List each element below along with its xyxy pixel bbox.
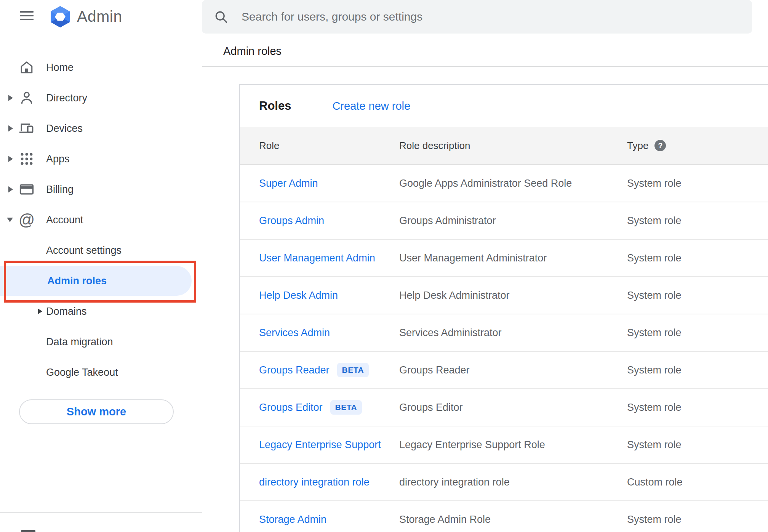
app-title: Admin — [77, 8, 122, 26]
sidebar-item-apps[interactable]: Apps — [0, 144, 202, 174]
role-description-cell: Groups Editor — [399, 402, 627, 413]
sidebar-item-admin-roles[interactable]: Admin roles — [0, 266, 192, 296]
role-type-cell: System role — [627, 327, 768, 339]
sidebar-item-label: Billing — [46, 184, 74, 195]
role-cell: Groups EditorBETA — [259, 400, 399, 415]
table-row: Groups EditorBETAGroups EditorSystem rol… — [240, 389, 768, 426]
table-row: Help Desk AdminHelp Desk AdministratorSy… — [240, 277, 768, 314]
role-description-cell: User Management Administrator — [399, 252, 627, 264]
role-link[interactable]: Help Desk Admin — [259, 290, 338, 301]
partial-bottom-icon — [21, 530, 35, 532]
sidebar-item-data-migration[interactable]: Data migration — [0, 327, 202, 357]
table-row: Services AdminServices AdministratorSyst… — [240, 314, 768, 352]
sidebar-item-label: Account — [46, 214, 83, 226]
sidebar-item-home[interactable]: Home — [0, 52, 202, 83]
show-more-button[interactable]: Show more — [19, 399, 174, 424]
sidebar-item-label: Directory — [46, 92, 87, 104]
role-type-cell: Custom role — [627, 476, 768, 488]
role-type-cell: System role — [627, 252, 768, 264]
role-link[interactable]: User Management Admin — [259, 252, 375, 264]
type-help-icon[interactable]: ? — [654, 140, 666, 151]
column-header-type: Type ? — [627, 140, 768, 152]
person-icon — [18, 90, 35, 106]
sidebar: Admin HomeDirectoryDevicesAppsBilling@Ac… — [0, 0, 202, 532]
search-input[interactable] — [241, 10, 718, 24]
role-link[interactable]: Groups Reader — [259, 364, 330, 376]
column-header-role: Role — [259, 140, 399, 152]
role-description-cell: Legacy Enterprise Support Role — [399, 439, 627, 451]
role-type-cell: System role — [627, 178, 768, 189]
card-icon — [18, 181, 35, 198]
role-type-cell: System role — [627, 215, 768, 227]
chevron-right-icon[interactable] — [8, 156, 13, 162]
role-type-cell: System role — [627, 514, 768, 526]
role-cell: Storage Admin — [259, 514, 399, 526]
role-type-cell: System role — [627, 290, 768, 301]
sidebar-item-billing[interactable]: Billing — [0, 174, 202, 205]
role-cell: Legacy Enterprise Support — [259, 439, 399, 451]
beta-badge: BETA — [330, 400, 362, 415]
role-link[interactable]: Super Admin — [259, 178, 318, 189]
table-header-row: Role Role description Type ? — [240, 127, 768, 165]
role-link[interactable]: Services Admin — [259, 327, 330, 339]
column-header-description: Role description — [399, 140, 627, 152]
sidebar-item-label: Data migration — [46, 336, 113, 348]
beta-badge: BETA — [337, 363, 369, 377]
home-icon — [18, 59, 35, 76]
sidebar-item-account[interactable]: @Account — [0, 205, 202, 235]
table-row: Groups ReaderBETAGroups ReaderSystem rol… — [240, 352, 768, 389]
table-row: User Management AdminUser Management Adm… — [240, 240, 768, 277]
role-cell: Super Admin — [259, 178, 399, 189]
sidebar-item-label: Home — [46, 62, 74, 74]
chevron-right-icon[interactable] — [8, 95, 13, 101]
content-divider — [202, 66, 768, 67]
role-cell: Groups Admin — [259, 215, 399, 227]
role-link[interactable]: directory integration role — [259, 476, 370, 488]
sidebar-item-label: Apps — [46, 153, 70, 165]
table-row: Legacy Enterprise SupportLegacy Enterpri… — [240, 426, 768, 464]
table-row: directory integration roledirectory inte… — [240, 464, 768, 501]
chevron-right-icon[interactable] — [8, 125, 13, 131]
create-new-role-link[interactable]: Create new role — [332, 100, 410, 112]
roles-title: Roles — [259, 99, 291, 113]
role-description-cell: Services Administrator — [399, 327, 627, 339]
role-cell: Help Desk Admin — [259, 290, 399, 301]
role-link[interactable]: Groups Editor — [259, 402, 323, 413]
sidebar-item-label: Domains — [46, 306, 87, 317]
sidebar-item-devices[interactable]: Devices — [0, 113, 202, 144]
apps-grid-icon — [18, 151, 35, 167]
sidebar-item-label: Google Takeout — [46, 367, 118, 378]
admin-logo-icon — [49, 6, 72, 28]
chevron-right-icon[interactable] — [38, 309, 42, 314]
role-description-cell: Storage Admin Role — [399, 514, 627, 526]
chevron-right-icon[interactable] — [8, 186, 13, 192]
sidebar-item-label: Admin roles — [47, 275, 107, 287]
role-link[interactable]: Groups Admin — [259, 215, 324, 227]
role-cell: directory integration role — [259, 476, 399, 488]
roles-card: Roles Create new role Role Role descript… — [239, 84, 768, 532]
role-description-cell: Groups Administrator — [399, 215, 627, 227]
role-link[interactable]: Legacy Enterprise Support — [259, 439, 381, 451]
table-body: Super AdminGoogle Apps Administrator See… — [240, 165, 768, 532]
devices-icon — [18, 120, 35, 137]
table-row: Groups AdminGroups AdministratorSystem r… — [240, 202, 768, 240]
table-row: Super AdminGoogle Apps Administrator See… — [240, 165, 768, 202]
role-cell: User Management Admin — [259, 252, 399, 264]
sidebar-item-google-takeout[interactable]: Google Takeout — [0, 357, 202, 388]
admin-console-screen: Admin HomeDirectoryDevicesAppsBilling@Ac… — [0, 0, 768, 532]
breadcrumb: Admin roles — [223, 45, 282, 58]
role-description-cell: Help Desk Administrator — [399, 290, 627, 301]
role-cell: Services Admin — [259, 327, 399, 339]
sidebar-item-directory[interactable]: Directory — [0, 83, 202, 113]
role-link[interactable]: Storage Admin — [259, 514, 326, 526]
role-description-cell: Groups Reader — [399, 364, 627, 376]
menu-hamburger-icon[interactable] — [20, 10, 34, 21]
role-cell: Groups ReaderBETA — [259, 363, 399, 377]
at-icon: @ — [18, 212, 35, 228]
sidebar-item-account-settings[interactable]: Account settings — [0, 235, 202, 266]
role-type-cell: System role — [627, 439, 768, 451]
chevron-down-icon[interactable] — [7, 218, 13, 222]
roles-card-header: Roles Create new role — [240, 85, 768, 127]
sidebar-item-domains[interactable]: Domains — [0, 296, 202, 327]
sidebar-item-label: Devices — [46, 123, 83, 135]
